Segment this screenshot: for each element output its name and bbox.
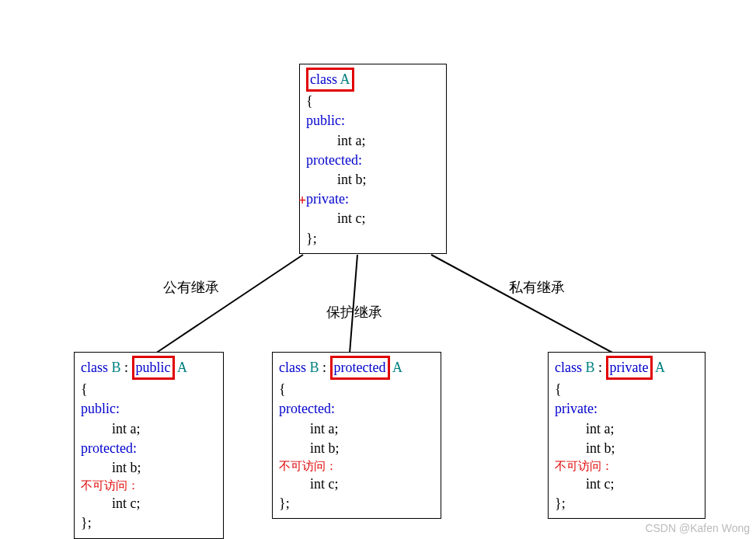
member-b: int b; [310,439,434,458]
no-access-label: 不可访问： [555,458,699,475]
private-child-box: class B : private A { private: int a; in… [548,352,705,519]
plus-marker: + [298,191,306,210]
open-brace: { [81,380,217,399]
colon: : [319,360,330,375]
member-b: int b; [112,458,217,478]
protected-label: protected: [306,151,440,170]
class-name: B [310,360,319,375]
sec1-label: protected: [279,399,434,419]
watermark: CSDN @Kafen Wong [645,522,750,534]
svg-line-0 [155,255,303,353]
colon: : [121,360,132,375]
member-a: int a; [586,419,699,439]
label-private-inh: 私有继承 [509,278,565,297]
base-class-box: class A { public: int a; protected: int … [299,64,447,254]
private-label: private: [306,191,349,207]
close-brace: }; [81,513,217,533]
class-kw: class [310,71,337,87]
member-a: int a; [112,419,217,439]
open-brace: { [279,380,434,399]
base-name: A [655,360,665,375]
colon: : [595,360,606,375]
class-header-highlight: class A [306,68,354,92]
sec1-label: public: [81,399,217,419]
class-decl: class B : protected A [279,356,434,380]
member-b: int b; [586,439,699,458]
modifier-highlight: public [132,356,175,380]
member-c: int c; [112,494,217,513]
member-c: int c; [337,209,440,228]
open-brace: { [555,380,699,399]
no-access-label: 不可访问： [81,478,217,494]
sec2-label: protected: [81,439,217,458]
class-name: B [112,360,121,375]
protected-child-box: class B : protected A { protected: int a… [272,352,441,519]
class-decl: class A [306,68,440,92]
class-kw: class [555,360,582,375]
close-brace: }; [306,229,440,249]
modifier-highlight: private [606,356,653,380]
no-access-label: 不可访问： [279,458,434,475]
open-brace: { [306,92,440,111]
member-c: int c; [310,475,434,494]
base-name: A [392,360,402,375]
close-brace: }; [555,494,699,513]
member-a: int a; [310,419,434,439]
class-kw: class [279,360,306,375]
close-brace: }; [279,494,434,513]
member-c: int c; [586,475,699,494]
base-name: A [177,360,187,375]
label-public-inh: 公有继承 [163,278,219,297]
class-name: A [340,71,350,87]
modifier-highlight: protected [330,356,390,380]
member-a: int a; [337,131,440,151]
class-kw: class [81,360,108,375]
public-label: public: [306,111,440,130]
class-name: B [586,360,595,375]
sec1-label: private: [555,399,699,419]
public-child-box: class B : public A { public: int a; prot… [74,352,224,539]
class-decl: class B : private A [555,356,699,380]
member-b: int b; [337,170,440,190]
class-decl: class B : public A [81,356,217,380]
label-protected-inh: 保护继承 [326,303,382,322]
svg-line-2 [431,255,614,353]
